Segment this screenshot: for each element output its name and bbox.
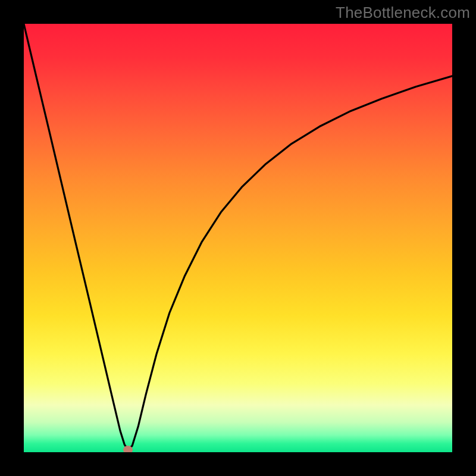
bottleneck-curve [24,24,452,450]
plot-area [24,24,452,452]
minimum-marker [123,446,133,452]
chart-stage: TheBottleneck.com [0,0,476,476]
watermark: TheBottleneck.com [336,4,470,22]
curve-svg [24,24,452,452]
